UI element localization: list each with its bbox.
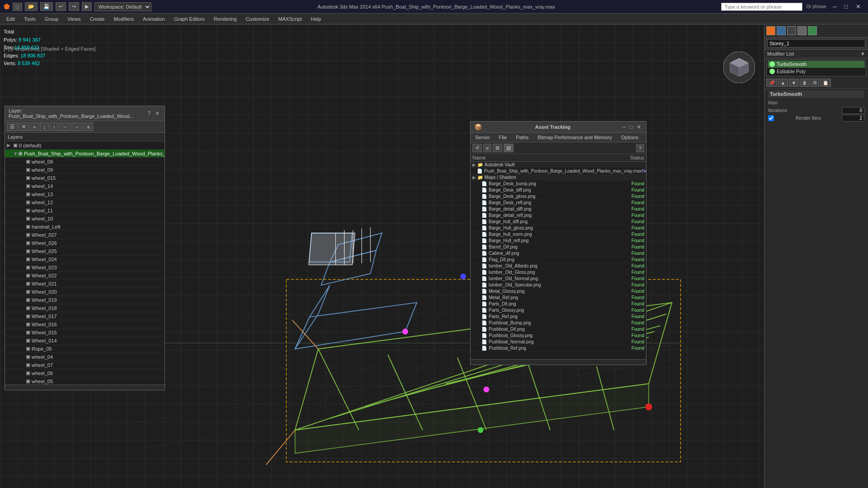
layer-item[interactable]: ▣ Wheel_016 (5, 320, 165, 328)
layer-item[interactable]: ▣ Wheel_022 (5, 272, 165, 280)
asset-row[interactable]: 📄 Pushboat_Normal.pngFound (471, 339, 646, 345)
undo-btn[interactable]: ↩ (56, 2, 66, 11)
asset-row[interactable]: 📄 Barge_detail_refl.pngFound (471, 212, 646, 219)
asset-close-btn[interactable]: ✕ (635, 124, 642, 130)
mod-btn-pin[interactable]: 📌 (766, 79, 777, 87)
asset-row[interactable]: 📄 lumber_Old_Normal.pngFound (471, 276, 646, 282)
layer-item[interactable]: ▣ wheel_14 (5, 182, 165, 190)
menu-create[interactable]: Create (85, 15, 109, 23)
layer-item[interactable]: ▣ handrail_Left (5, 223, 165, 231)
layer-item[interactable]: ▶▣ 0 (default) (5, 141, 165, 150)
render-btn[interactable]: ▶ (82, 2, 92, 11)
asset-row[interactable]: 📄 Barge_Hull_gloss.pngFound (471, 225, 646, 231)
layer-tool-down[interactable]: ↓ (40, 122, 49, 131)
asset-row[interactable]: 📄 Pushboat_Glossy.pngFound (471, 333, 646, 339)
layer-item[interactable]: ▣ Wheel_020 (5, 288, 165, 296)
minimize-btn[interactable]: ─ (830, 2, 840, 11)
layer-item[interactable]: ▣ wheel_13 (5, 190, 165, 198)
asset-list-btn[interactable]: ≡ (483, 144, 491, 152)
mod-btn-move-down[interactable]: ▼ (789, 79, 799, 87)
layer-item[interactable]: ▣ wheel_12 (5, 198, 165, 206)
layer-panel-header[interactable]: Layer: Push_Boat_Ship_with_Pontoon_Barge… (5, 106, 165, 121)
orientation-gizmo[interactable] (723, 52, 755, 83)
layer-item[interactable]: ▣ wheel_05 (5, 377, 165, 385)
layer-item[interactable]: ▣ Wheel_015 (5, 328, 165, 337)
asset-row[interactable]: 📄 Barge_Hull_refl.pngFound (471, 238, 646, 244)
render-iters-checkbox[interactable] (768, 115, 774, 121)
mod-btn-delete[interactable]: 🗑 (800, 79, 810, 87)
asset-group-row[interactable]: ▶ 📁Autodesk Vault (471, 162, 646, 168)
layer-tool-up[interactable]: ↑ (50, 122, 59, 131)
color-swatch-orange[interactable] (766, 26, 775, 35)
layer-item[interactable]: ▣ wheel_04 (5, 353, 165, 361)
menu-views[interactable]: Views (63, 15, 85, 23)
save-btn[interactable]: 💾 (40, 2, 53, 11)
search-input[interactable] (721, 3, 802, 11)
modifier-name-input[interactable] (767, 39, 865, 47)
layer-item[interactable]: ▣ Wheel_023 (5, 263, 165, 272)
asset-panel-header[interactable]: 📦 Asset Tracking ─ □ ✕ (471, 122, 646, 133)
asset-row[interactable]: 📄 Parts_Glossy.pngFound (471, 307, 646, 314)
modifier-bulb-editable-poly[interactable] (769, 69, 775, 74)
redo-btn[interactable]: ↪ (69, 2, 79, 11)
menu-modifiers[interactable]: Modifiers (109, 15, 138, 23)
modifier-list-expand[interactable]: ▼ (860, 51, 865, 56)
asset-minimize-btn[interactable]: ─ (621, 124, 627, 130)
asset-row[interactable]: 📄 Barge_Desk_bump.pngFound (471, 181, 646, 187)
layer-item[interactable]: ▣ Wheel_027 (5, 231, 165, 239)
asset-row[interactable]: 📄 Barge_Desk_refl.pngFound (471, 200, 646, 206)
asset-row[interactable]: 📄 Barge_Desk_gloss.pngFound (471, 193, 646, 200)
layer-tool-options[interactable]: ≡ (84, 122, 93, 131)
workspace-select[interactable]: Workspace: Default (94, 2, 151, 11)
asset-row[interactable]: 📄 lumber_Old_Specular.pngFound (471, 282, 646, 288)
asset-row[interactable]: 📄 Cabine_dif.pngFound (471, 250, 646, 257)
modifier-bulb-turbosmooth[interactable] (769, 61, 775, 67)
mod-btn-copy[interactable]: ⧉ (811, 79, 819, 87)
layer-item[interactable]: ▼▣ Push_Boat_Ship_with_Pontoon_Barge_Loa… (5, 150, 165, 158)
render-iters-input[interactable] (842, 115, 864, 122)
open-btn[interactable]: 📂 (25, 2, 38, 11)
color-swatch-gray[interactable] (787, 26, 796, 35)
layer-item[interactable]: ▣ wheel_08 (5, 158, 165, 166)
close-btn[interactable]: ✕ (852, 2, 864, 11)
menu-graph-editors[interactable]: Graph Editors (170, 15, 209, 23)
asset-row[interactable]: 📄 Pushboat_Ref.pngFound (471, 345, 646, 352)
menu-tools[interactable]: Tools (19, 15, 40, 23)
asset-row[interactable]: 📄 Barge_hull_norm.pngFound (471, 231, 646, 238)
asset-refresh-btn[interactable]: ↺ (472, 144, 482, 152)
asset-row[interactable]: 📄 Metal_Ref.pngFound (471, 295, 646, 301)
color-swatch-blue[interactable] (777, 26, 786, 35)
layer-tool-delete[interactable]: ✕ (19, 122, 29, 131)
layer-item[interactable]: ▣ Wheel_025 (5, 247, 165, 255)
layer-item[interactable]: ▣ wheel_015 (5, 174, 165, 182)
layer-item[interactable]: ▣ Wheel_026 (5, 239, 165, 247)
layer-tool-left[interactable]: ← (71, 122, 83, 131)
layer-item[interactable]: ▣ wheel_06 (5, 369, 165, 377)
menu-rendering[interactable]: Rendering (209, 15, 241, 23)
asset-row[interactable]: 📄 Barge_detail_diff.pngFound (471, 206, 646, 212)
layer-item[interactable]: ▣ wheel_07 (5, 361, 165, 369)
layer-tool-add[interactable]: + (30, 122, 39, 131)
layer-item[interactable]: ▣ Wheel_019 (5, 296, 165, 304)
asset-row[interactable]: 📄 Pushboat_Bump.pngFound (471, 320, 646, 326)
asset-row[interactable]: 📄 lumber_Old_Gloss.pngFound (471, 269, 646, 276)
layer-item[interactable]: ▣ Rope_05 (5, 345, 165, 353)
menu-edit[interactable]: Edit (2, 15, 19, 23)
maximize-btn[interactable]: □ (841, 2, 850, 11)
asset-menu-options[interactable]: Options (618, 134, 641, 141)
layer-help-btn[interactable]: ? (146, 110, 152, 117)
layer-close-btn[interactable]: ✕ (154, 110, 161, 117)
asset-row[interactable]: 📄 Barrel_Dif.pngFound (471, 244, 646, 250)
layer-item[interactable]: ▣ wheel_11 (5, 206, 165, 215)
menu-help[interactable]: Help (307, 15, 326, 23)
asset-row[interactable]: 📄 Flag_Dif.pngFound (471, 257, 646, 263)
asset-row[interactable]: 📄 Parts_Ref.pngFound (471, 314, 646, 320)
asset-row[interactable]: 📄 Pushboat_Dif.pngFound (471, 326, 646, 333)
layer-item[interactable]: ▣ Wheel_024 (5, 255, 165, 263)
layer-scrollbar-bottom[interactable] (5, 385, 165, 390)
asset-row[interactable]: 📄 Barge_Desk_diff.pngFound (471, 187, 646, 193)
asset-group-row[interactable]: ▶ 📁Maps / Shaders (471, 174, 646, 181)
modifier-item-editable-poly[interactable]: Editable Poly (768, 68, 865, 75)
menu-animation[interactable]: Animation (138, 15, 170, 23)
asset-row[interactable]: 📄 lumber_Old_Albedo.pngFound (471, 263, 646, 269)
